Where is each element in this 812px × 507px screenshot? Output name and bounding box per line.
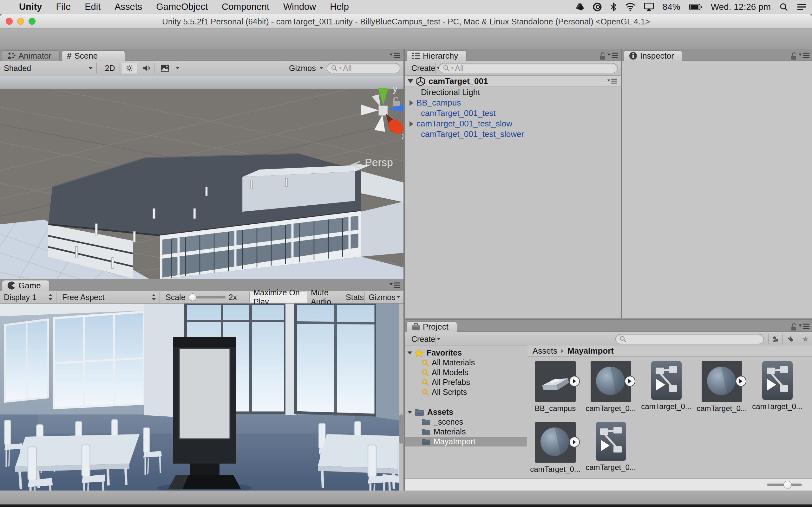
2d-toggle-button[interactable]: 2D [100, 63, 120, 73]
favorites-root-row[interactable]: Favorites [405, 348, 527, 358]
expand-collapse-icon[interactable] [409, 100, 413, 106]
thumbnail-size-slider[interactable] [767, 484, 802, 486]
search-favorites-button[interactable] [799, 334, 812, 344]
axis-y-label[interactable]: y [393, 83, 397, 94]
expand-collapse-icon[interactable] [409, 121, 413, 127]
inspector-panel-menu[interactable] [799, 52, 809, 59]
asset-camtarget-controller-3[interactable]: camTarget_0... [583, 422, 639, 472]
apple-menu-icon[interactable] [6, 6, 12, 8]
folder-materials[interactable]: Materials [405, 427, 527, 437]
thumbnail-size-knob[interactable] [783, 481, 792, 489]
scene-effects-dropdown[interactable] [157, 63, 183, 73]
menu-window[interactable]: Window [276, 2, 323, 12]
inspector-lock[interactable] [791, 52, 797, 60]
hierarchy-item-camtarget-test-slow[interactable]: camTarget_001_test_slow [405, 118, 621, 129]
tab-inspector[interactable]: Inspector [623, 50, 682, 61]
expand-collapse-icon[interactable] [408, 411, 412, 414]
folder-scenes[interactable]: _scenes [405, 417, 527, 427]
notification-center-icon[interactable] [797, 3, 806, 11]
scene-lighting-button[interactable] [122, 63, 137, 73]
asset-camtarget-controller-1[interactable]: camTarget_0... [639, 361, 694, 411]
game-panel-menu[interactable] [390, 282, 400, 288]
draw-mode-dropdown[interactable]: Shaded [0, 63, 97, 73]
search-by-type-button[interactable] [768, 334, 783, 344]
favorite-all-materials[interactable]: All Materials [405, 358, 527, 368]
favorite-all-prefabs[interactable]: All Prefabs [405, 377, 527, 387]
caret-down-icon [397, 296, 400, 298]
breadcrumb-assets[interactable]: Assets [532, 346, 557, 356]
hierarchy-item-camtarget-test-slower[interactable]: camTarget_001_test_slower [405, 129, 621, 139]
tab-animator[interactable]: Animator [2, 50, 60, 61]
hierarchy-panel-menu[interactable] [607, 52, 618, 59]
hierarchy-lock[interactable] [599, 52, 606, 60]
scale-slider-knob[interactable] [189, 293, 196, 301]
favorite-all-models[interactable]: All Models [405, 368, 527, 377]
display-dropdown[interactable]: Display 1 [0, 292, 56, 302]
asset-bb-campus[interactable]: BB_campus [527, 361, 583, 413]
tab-hierarchy[interactable]: Hierarchy [406, 50, 467, 61]
breadcrumb-current[interactable]: MayaImport [567, 346, 614, 356]
aspect-label: Free Aspect [62, 293, 104, 302]
asset-camtarget-model-1[interactable]: camTarget_0... [583, 361, 639, 413]
stats-toggle[interactable]: Stats [345, 292, 365, 302]
scene-gizmos-dropdown[interactable]: Gizmos [285, 63, 321, 73]
asset-camtarget-controller-2[interactable]: camTarget_0... [750, 361, 805, 411]
expand-asset-button[interactable] [624, 376, 635, 387]
favorite-all-scripts[interactable]: All Scripts [405, 387, 527, 397]
hierarchy-create-dropdown[interactable]: Create [408, 63, 436, 73]
expand-asset-button[interactable] [735, 376, 746, 387]
folder-mayaimport-selected[interactable]: MayaImport [405, 437, 527, 447]
project-panel: Project Create Favorites [405, 320, 812, 491]
asset-camtarget-model-3[interactable]: camTarget_0... [527, 422, 583, 474]
menu-component[interactable]: Component [215, 2, 276, 12]
expand-collapse-icon[interactable] [408, 351, 412, 354]
menu-clock[interactable]: Wed. 12:26 pm [711, 2, 771, 12]
window-title-bar[interactable]: Unity 5.5.2f1 Personal (64bit) - camTarg… [0, 14, 812, 29]
scene-viewport[interactable]: y z x Persp [0, 75, 403, 279]
tab-game[interactable]: Game [2, 280, 49, 291]
menu-assets[interactable]: Assets [107, 2, 149, 12]
tab-scene[interactable]: # Scene [61, 50, 125, 61]
bluetooth-icon[interactable] [611, 3, 616, 11]
game-gizmos-dropdown[interactable]: Gizmos [365, 292, 395, 302]
expand-asset-button[interactable] [569, 437, 580, 447]
scene-panel-menu[interactable] [390, 52, 400, 59]
project-create-dropdown[interactable]: Create [408, 334, 436, 344]
menu-file[interactable]: File [49, 2, 78, 12]
expand-collapse-icon[interactable] [408, 79, 413, 83]
menu-edit[interactable]: Edit [78, 2, 107, 12]
scene-search-input[interactable]: All [327, 63, 400, 73]
menu-help[interactable]: Help [323, 2, 356, 12]
hierarchy-search-input[interactable]: All [439, 63, 618, 73]
search-by-label-button[interactable] [783, 334, 798, 344]
aspect-dropdown[interactable]: Free Aspect [58, 292, 160, 302]
scale-slider[interactable] [189, 296, 225, 298]
hierarchy-item-directional-light[interactable]: Directional Light [405, 87, 621, 98]
axis-x-label[interactable]: x [402, 130, 403, 141]
wifi-icon[interactable] [625, 3, 635, 11]
creative-cloud-icon[interactable] [593, 3, 602, 11]
hierarchy-item-bb-campus[interactable]: BB_campus [405, 98, 621, 108]
maximize-on-play-toggle[interactable]: Maximize On Play [249, 292, 307, 302]
spotlight-search-icon[interactable] [780, 3, 788, 11]
asset-camtarget-model-2[interactable]: camTarget_0... [694, 361, 750, 413]
hierarchy-item-camtarget-test[interactable]: camTarget_001_test [405, 108, 621, 118]
scene-audio-button[interactable] [139, 63, 154, 73]
project-lock[interactable] [791, 323, 797, 331]
hierarchy-scene-row[interactable]: camTarget_001 [405, 75, 621, 87]
project-panel-menu[interactable] [799, 323, 809, 330]
scene-context-menu-icon[interactable] [607, 78, 617, 84]
airplay-display-icon[interactable] [644, 3, 654, 11]
mute-audio-toggle[interactable]: Mute Audio [307, 292, 345, 302]
game-viewport[interactable] [0, 303, 403, 491]
tab-project[interactable]: Project [406, 321, 457, 332]
expand-asset-button[interactable] [569, 376, 580, 387]
assets-root-row[interactable]: Assets [405, 407, 527, 417]
project-search-input[interactable] [615, 334, 764, 344]
menu-gameobject[interactable]: GameObject [149, 2, 215, 12]
google-drive-icon[interactable] [576, 3, 584, 11]
breadcrumb: Assets MayaImport [527, 345, 812, 357]
game-view-scrollbar[interactable] [399, 414, 403, 444]
menu-app-unity[interactable]: Unity [12, 2, 49, 12]
persp-label[interactable]: Persp [365, 156, 393, 168]
